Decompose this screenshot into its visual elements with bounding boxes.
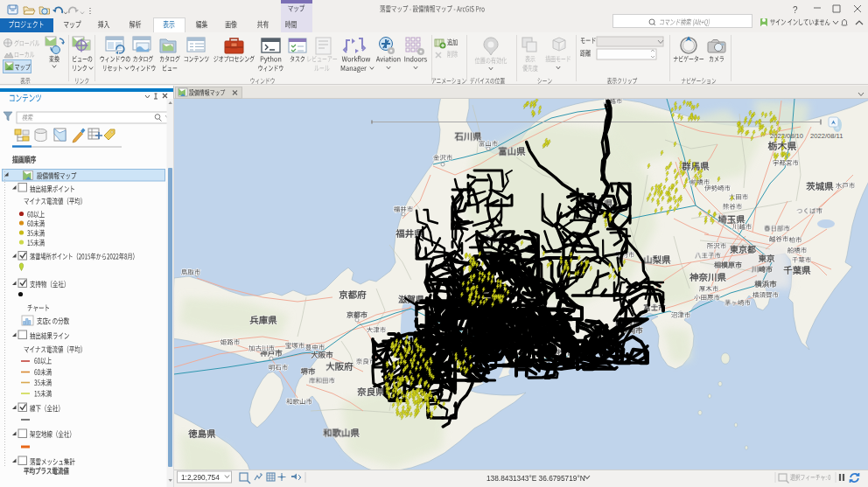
svg-text:138.8431343°E 36.6795719°N: 138.8431343°E 36.6795719°N: [486, 474, 585, 483]
svg-text:1:2,290,754: 1:2,290,754: [181, 473, 220, 482]
svg-text:2022/08/11: 2022/08/11: [810, 132, 843, 140]
svg-text:?: ?: [793, 5, 798, 15]
